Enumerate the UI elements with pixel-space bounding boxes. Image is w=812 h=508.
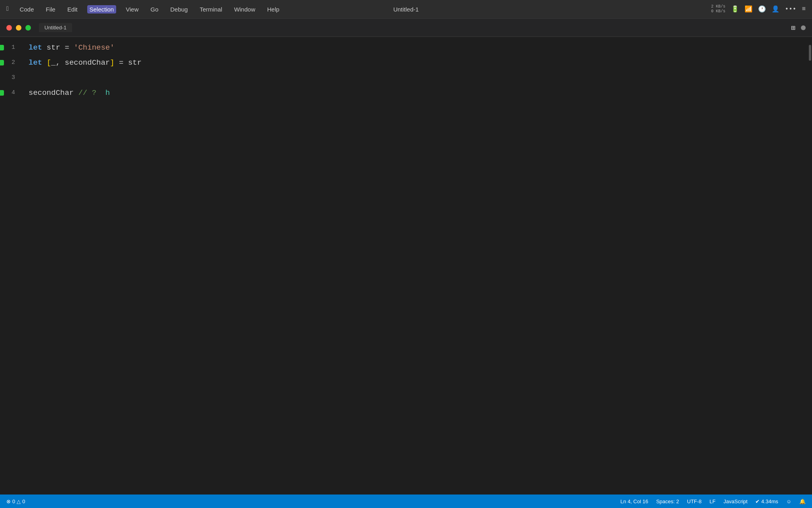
traffic-lights <box>6 25 31 31</box>
indentation[interactable]: Spaces: 2 <box>656 498 679 504</box>
line-number-2: 2 <box>7 55 15 70</box>
menu-code[interactable]: Code <box>17 5 36 13</box>
editor-area: 1 2 3 4 let str = 'Chinese' let [_, seco… <box>0 37 812 495</box>
window-chrome: Untitled-1 ⊞ <box>0 19 812 37</box>
eol[interactable]: LF <box>710 498 716 504</box>
line-number-1: 1 <box>7 40 15 55</box>
minimize-button[interactable] <box>16 25 21 31</box>
dirty-indicator <box>801 25 806 30</box>
statusbar-left: ⊗ 0 △ 0 <box>6 498 25 504</box>
statusbar: ⊗ 0 △ 0 Ln 4, Col 16 Spaces: 2 UTF-8 LF … <box>0 495 812 508</box>
menu-file[interactable]: File <box>43 5 57 13</box>
scrollbar-track[interactable] <box>808 37 812 495</box>
code-line-4: secondChar // ? h <box>29 85 808 100</box>
tab-label: Untitled-1 <box>44 25 67 31</box>
editor-actions: ⊞ <box>791 23 806 32</box>
split-editor-icon[interactable]: ⊞ <box>791 23 795 32</box>
window-title: Untitled-1 <box>393 6 419 13</box>
menu-view[interactable]: View <box>123 5 141 13</box>
user-icon: 👤 <box>772 5 779 13</box>
close-button[interactable] <box>6 25 12 31</box>
wifi-icon: 📶 <box>745 5 753 13</box>
menu-help[interactable]: Help <box>265 5 282 13</box>
menu-bar:  Code File Edit Selection View Go Debug… <box>6 5 282 13</box>
run-indicator-4[interactable] <box>0 90 4 96</box>
code-line-1: let str = 'Chinese' <box>29 40 808 55</box>
warning-icon: △ <box>17 498 21 504</box>
line-gutter: 1 2 3 4 <box>0 37 19 495</box>
menu-debug[interactable]: Debug <box>168 5 190 13</box>
notification-icon[interactable]: 🔔 <box>799 498 806 504</box>
menu-go[interactable]: Go <box>148 5 161 13</box>
warning-number: 0 <box>22 498 25 504</box>
language-mode[interactable]: JavaScript <box>724 498 748 504</box>
menu-edit[interactable]: Edit <box>65 5 80 13</box>
apple-menu[interactable]:  <box>6 6 10 13</box>
battery-icon: 🔋 <box>731 5 739 13</box>
clock-icon: 🕐 <box>758 5 766 13</box>
gutter-row-3: 3 <box>0 70 15 85</box>
timing: ✔ 4.34ms <box>755 498 778 504</box>
encoding[interactable]: UTF-8 <box>687 498 702 504</box>
system-icons: 2 KB/s 0 KB/s 🔋 📶 🕐 👤 ••• ≡ <box>711 4 806 14</box>
smiley-icon[interactable]: ☺ <box>786 498 791 504</box>
more-icon[interactable]: ••• <box>785 6 797 13</box>
code-line-3 <box>29 70 808 85</box>
error-count[interactable]: ⊗ 0 △ 0 <box>6 498 25 504</box>
code-content[interactable]: let str = 'Chinese' let [_, secondChar] … <box>19 37 808 495</box>
maximize-button[interactable] <box>25 25 31 31</box>
gutter-row-1: 1 <box>0 40 15 55</box>
code-line-2: let [_, secondChar] = str <box>29 55 808 70</box>
tab-untitled[interactable]: Untitled-1 <box>39 23 72 32</box>
line-number-4: 4 <box>7 85 15 100</box>
menu-window[interactable]: Window <box>232 5 257 13</box>
statusbar-right: Ln 4, Col 16 Spaces: 2 UTF-8 LF JavaScri… <box>620 498 806 504</box>
gutter-row-4: 4 <box>0 85 15 100</box>
error-number: 0 <box>12 498 15 504</box>
network-status: 2 KB/s 0 KB/s <box>711 4 726 14</box>
menu-terminal[interactable]: Terminal <box>197 5 225 13</box>
list-icon[interactable]: ≡ <box>802 6 806 13</box>
gutter-row-2: 2 <box>0 55 15 70</box>
tab-bar: Untitled-1 <box>31 23 791 32</box>
run-indicator-1[interactable] <box>0 45 4 50</box>
line-number-3: 3 <box>7 70 15 85</box>
menu-selection[interactable]: Selection <box>87 5 117 13</box>
scrollbar-thumb[interactable] <box>809 45 811 61</box>
error-icon: ⊗ <box>6 498 11 504</box>
run-indicator-2[interactable] <box>0 60 4 65</box>
cursor-position[interactable]: Ln 4, Col 16 <box>620 498 648 504</box>
titlebar:  Code File Edit Selection View Go Debug… <box>0 0 812 19</box>
